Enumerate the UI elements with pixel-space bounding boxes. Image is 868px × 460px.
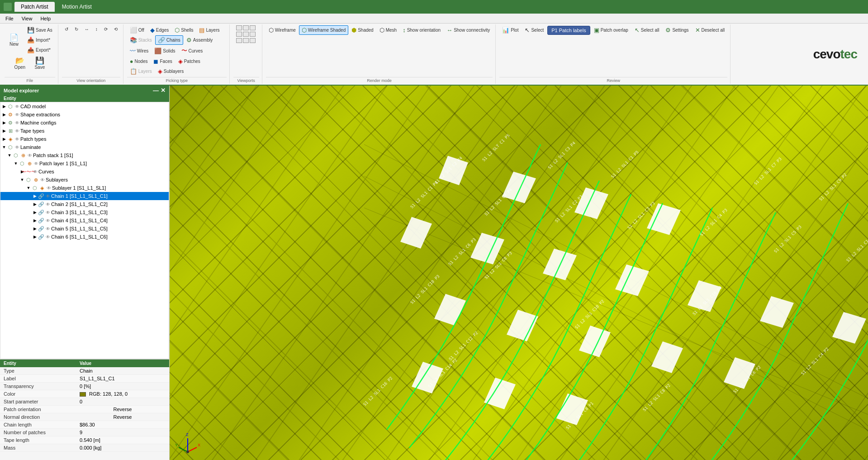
- shaded-button[interactable]: ⬢ Shaded: [349, 25, 376, 35]
- vp-cell[interactable]: [243, 32, 249, 37]
- wireframe-button[interactable]: ⬡ Wireframe: [266, 25, 299, 35]
- tree-item-sublayers[interactable]: ▼ ⬡ ⊕ 👁 Sublayers: [0, 176, 169, 184]
- expand-stack[interactable]: ▼: [7, 153, 12, 158]
- tree-item-machine-configs[interactable]: ▶ ⚙ 👁 Machine configs: [0, 119, 169, 127]
- expand-layer[interactable]: ▼: [13, 161, 19, 166]
- show-connectivity-button[interactable]: ↔ Show connectivity: [444, 25, 493, 35]
- tree-item-curves[interactable]: ▶ 〜〜〜 👁 Curves: [0, 168, 169, 176]
- picking-nodes-button[interactable]: ● Nodes: [127, 57, 151, 66]
- mesh-button[interactable]: ⬡ Mesh: [377, 25, 399, 35]
- view-orient-btn-5[interactable]: ⟳: [101, 25, 110, 33]
- expand-chain-1[interactable]: ▶: [32, 193, 38, 199]
- vis-icon[interactable]: 👁: [45, 193, 51, 199]
- import-button[interactable]: 📥 Import*: [24, 35, 55, 45]
- vp-cell[interactable]: [250, 38, 256, 43]
- vp-cell[interactable]: [236, 25, 242, 30]
- expand-machine[interactable]: ▶: [1, 120, 7, 125]
- viewport-grid-2[interactable]: [236, 32, 256, 37]
- vis-icon[interactable]: 👁: [45, 201, 51, 207]
- deselect-all-button[interactable]: ✕ Deselect all: [693, 25, 728, 35]
- vis-icon[interactable]: 👁: [45, 234, 51, 240]
- picking-stacks-button[interactable]: 📚 Stacks: [127, 35, 155, 45]
- expand-chain-2[interactable]: ▶: [32, 201, 38, 207]
- expand-patch-types[interactable]: ▶: [1, 136, 7, 142]
- picking-assembly-button[interactable]: ⚙ Assembly: [184, 35, 215, 45]
- vis-icon[interactable]: 👁: [39, 177, 46, 183]
- vis-icon[interactable]: 👁: [27, 152, 33, 158]
- export-button[interactable]: 📤 Export*: [24, 45, 55, 55]
- vis-icon[interactable]: 👁: [14, 136, 20, 142]
- picking-solids-button[interactable]: 🟫 Solids: [152, 46, 178, 56]
- settings-button[interactable]: ⚙ Settings: [663, 25, 691, 35]
- new-button[interactable]: 📄 New: [5, 33, 24, 48]
- expand-tape[interactable]: ▶: [1, 128, 7, 134]
- select-button[interactable]: ↖ Select: [522, 25, 546, 35]
- vis-icon[interactable]: 👁: [14, 120, 20, 126]
- expand-shape[interactable]: ▶: [1, 112, 7, 117]
- vp-cell[interactable]: [236, 32, 242, 37]
- tree-item-patch-stack-1[interactable]: ▼ ⬡ ⊕ 👁 Patch stack 1 [S1]: [0, 151, 169, 159]
- vis-icon[interactable]: 👁: [14, 144, 20, 150]
- vis-icon[interactable]: 👁: [45, 209, 51, 216]
- tab-patch-artist[interactable]: Patch Artist: [14, 2, 55, 12]
- view-orient-btn-6[interactable]: ⟲: [111, 25, 120, 33]
- picking-sublayers-button[interactable]: ◈ Sublayers: [155, 67, 186, 76]
- vp-cell[interactable]: [250, 32, 256, 37]
- patch-overlap-button[interactable]: ▣ Patch overlap: [591, 25, 631, 35]
- view-orient-btn-2[interactable]: ↻: [72, 25, 81, 33]
- picking-off-button[interactable]: ⬜ Off: [127, 25, 147, 35]
- tree-item-laminate[interactable]: ▼ ⬡ 👁 Laminate: [0, 143, 169, 151]
- tree-item-chain-1[interactable]: ▶ 🔗 👁 Chain 1 [S1_L1_SL1_C1]: [0, 192, 169, 200]
- expand-chain-3[interactable]: ▶: [32, 210, 38, 215]
- tree-item-sublayer-1[interactable]: ▼ ⬡ ◈ 👁 Sublayer 1 [S1_L1_SL1]: [0, 184, 169, 192]
- viewport-grid-1[interactable]: [236, 25, 256, 30]
- tree-item-patch-layer-1[interactable]: ▼ ⬡ ⊕ 👁 Patch layer 1 [S1_L1]: [0, 159, 169, 168]
- view-orient-btn-4[interactable]: ↕: [93, 25, 100, 33]
- picking-shells-button[interactable]: ⬡ Shells: [172, 25, 196, 35]
- menu-file[interactable]: File: [2, 15, 17, 22]
- open-button[interactable]: 📂 Open: [10, 56, 29, 71]
- picking-wires-button[interactable]: 〰 Wires: [127, 46, 152, 56]
- tree-item-chain-5[interactable]: ▶ 🔗 👁 Chain 5 [S1_L1_SL1_C5]: [0, 225, 169, 233]
- vis-icon[interactable]: 👁: [14, 103, 20, 110]
- picking-patches-button[interactable]: ◈ Patches: [175, 57, 203, 66]
- expand-cad-model[interactable]: ▶: [1, 104, 7, 109]
- vp-cell[interactable]: [243, 38, 249, 43]
- wireframe-shaded-button[interactable]: ⬡ Wireframe Shaded: [299, 25, 348, 35]
- viewport-grid-3[interactable]: [236, 38, 256, 43]
- expand-sublayers[interactable]: ▼: [19, 177, 25, 182]
- expand-sublayer-1[interactable]: ▼: [26, 185, 31, 191]
- menu-view[interactable]: View: [18, 15, 36, 22]
- vp-cell[interactable]: [236, 38, 242, 43]
- vis-icon[interactable]: 👁: [14, 128, 20, 134]
- vis-icon[interactable]: 👁: [45, 225, 51, 232]
- select-all-button[interactable]: ↖ Select all: [632, 25, 662, 35]
- tree-item-chain-2[interactable]: ▶ 🔗 👁 Chain 2 [S1_L1_SL1_C2]: [0, 200, 169, 208]
- vis-icon[interactable]: 👁: [45, 217, 51, 224]
- expand-chain-6[interactable]: ▶: [32, 234, 38, 240]
- tree-item-patch-types[interactable]: ▶ ◈ 👁 Patch types: [0, 135, 169, 143]
- model-explorer-close[interactable]: ✕: [161, 87, 166, 93]
- tab-motion-artist[interactable]: Motion Artist: [56, 2, 98, 12]
- vis-icon[interactable]: 👁: [14, 111, 20, 118]
- show-orientation-button[interactable]: ↕ Show orientation: [400, 25, 443, 35]
- vp-cell[interactable]: [243, 25, 249, 30]
- vis-icon[interactable]: 👁: [46, 185, 52, 191]
- expand-chain-4[interactable]: ▶: [32, 218, 38, 223]
- patch-labels-button[interactable]: P1 Patch labels: [547, 26, 590, 35]
- view-orient-btn-3[interactable]: ↔: [82, 25, 92, 33]
- expand-laminate[interactable]: ▼: [1, 144, 7, 150]
- picking-layers2-button[interactable]: 📋 Layers: [127, 67, 155, 76]
- tree-item-chain-4[interactable]: ▶ 🔗 👁 Chain 4 [S1_L1_SL1_C4]: [0, 216, 169, 225]
- tree-item-chain-6[interactable]: ▶ 🔗 👁 Chain 6 [S1_L1_SL1_C6]: [0, 233, 169, 241]
- vp-cell[interactable]: [250, 25, 256, 30]
- picking-curves-button[interactable]: 〜 Curves: [179, 45, 206, 56]
- picking-layers-button[interactable]: ▤ Layers: [196, 25, 222, 35]
- tree-item-cad-model[interactable]: ▶ ⬡ 👁 CAD model: [0, 102, 169, 110]
- menu-help[interactable]: Help: [37, 15, 54, 22]
- picking-faces-button[interactable]: ◼ Faces: [151, 57, 175, 66]
- viewport[interactable]: S1 L2 SLT C1 P5 S1 L2 SL1 C2 P4 S1 L2 SL…: [170, 86, 868, 460]
- tree-item-shape-extractions[interactable]: ▶ ⚙ 👁 Shape extractions: [0, 110, 169, 119]
- save-as-button[interactable]: 💾 Save As: [24, 25, 55, 35]
- tree-item-chain-3[interactable]: ▶ 🔗 👁 Chain 3 [S1_L1_SL1_C3]: [0, 208, 169, 216]
